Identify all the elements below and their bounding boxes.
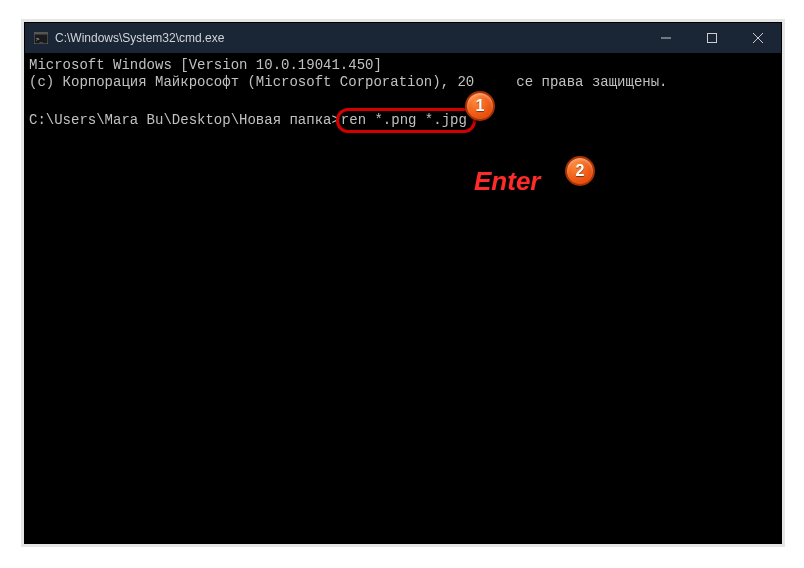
terminal-blank-line [29,91,777,108]
terminal-line-copyright: (c) Корпорация Майкрософт (Microsoft Cor… [29,74,777,91]
terminal-prompt-line: C:\Users\Mara Bu\Desktop\Новая папка>ren… [29,108,777,133]
annotation-enter-label: Enter [474,166,540,198]
minimize-button[interactable] [643,23,689,53]
window-controls [643,23,781,53]
annotation-badge-1: 1 [465,91,495,121]
terminal-body[interactable]: Microsoft Windows [Version 10.0.19041.45… [25,53,781,543]
terminal-line-version: Microsoft Windows [Version 10.0.19041.45… [29,57,777,74]
close-button[interactable] [735,23,781,53]
annotation-badge-2: 2 [565,156,595,186]
window-titlebar: >_ C:\Windows\System32\cmd.exe [25,23,781,53]
maximize-button[interactable] [689,23,735,53]
cmd-icon: >_ [33,30,49,46]
window-title: C:\Windows\System32\cmd.exe [55,31,643,45]
svg-text:>_: >_ [36,35,44,43]
terminal-prompt: C:\Users\Mara Bu\Desktop\Новая папка> [29,112,340,129]
svg-rect-4 [708,34,717,43]
cmd-window: >_ C:\Windows\System32\cmd.exe Microsoft… [24,22,782,544]
command-highlight: ren *.png *.jpg [336,108,476,133]
